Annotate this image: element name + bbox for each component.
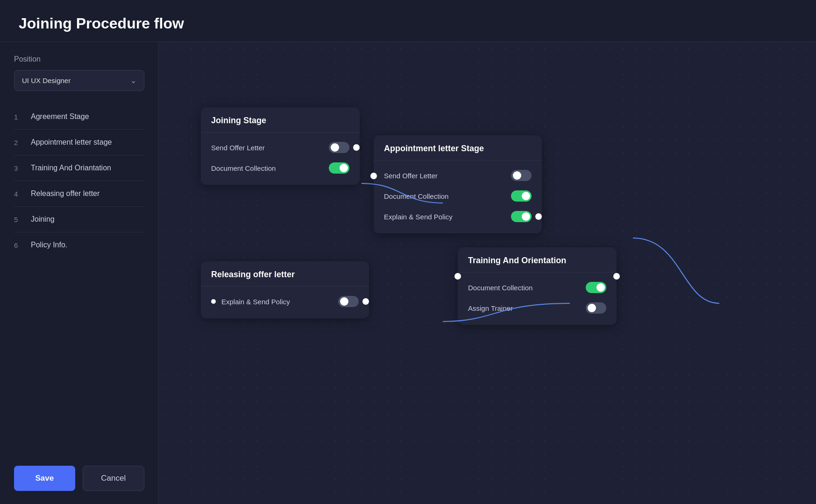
- sidebar-actions: Save Cancel: [14, 456, 144, 491]
- position-select[interactable]: UI UX Designer ⌄: [14, 70, 144, 91]
- main-content: Position UI UX Designer ⌄ 1 Agreement St…: [0, 42, 816, 504]
- page-title: Joining Procedure flow: [19, 15, 797, 32]
- node-training-orientation: Training And Orientation Document Collec…: [458, 247, 617, 325]
- stage-number: 2: [14, 139, 22, 147]
- node-joining-stage-body: Send Offer Letter Document Collection: [201, 133, 360, 185]
- toggle-policy-appointment[interactable]: [511, 211, 532, 222]
- node-row: Document Collection: [201, 158, 360, 178]
- stage-list: 1 Agreement Stage 2 Appointment letter s…: [14, 104, 144, 258]
- sidebar-item-training[interactable]: 3 Training And Oriantation: [14, 155, 144, 181]
- stage-number: 6: [14, 241, 22, 249]
- canvas-area: Joining Stage Send Offer Letter: [159, 42, 816, 504]
- stage-number: 1: [14, 113, 22, 121]
- node-releasing-header: Releasing offer letter: [201, 261, 369, 287]
- toggle-trainer-training[interactable]: [586, 302, 606, 314]
- stage-name: Joining: [31, 215, 55, 224]
- connector-dot-right: [353, 144, 360, 151]
- row-label: Send Offer Letter: [384, 172, 438, 180]
- node-row: Send Offer Letter: [374, 165, 542, 186]
- toggle-doc-appointment[interactable]: [511, 190, 532, 202]
- row-label: Assign Trainer: [468, 304, 513, 312]
- node-training-header: Training And Orientation: [458, 247, 617, 273]
- stage-name: Agreement Stage: [31, 112, 89, 121]
- stage-number: 3: [14, 164, 22, 172]
- node-row: Document Collection: [374, 186, 542, 206]
- node-row: Explain & Send Policy: [374, 206, 542, 227]
- stage-number: 5: [14, 216, 22, 224]
- toggle-doc-training[interactable]: [586, 282, 606, 293]
- stage-name: Training And Oriantation: [31, 164, 111, 172]
- toggle-doc-collection-joining[interactable]: [329, 162, 349, 174]
- row-label: Document Collection: [211, 164, 276, 172]
- toggle-policy-releasing[interactable]: [338, 296, 359, 307]
- position-label: Position: [14, 55, 144, 63]
- node-training-body: Document Collection Assign Trainer: [458, 273, 617, 325]
- node-appointment-stage: Appointment letter Stage Send Offer Lett…: [374, 135, 542, 233]
- row-label: Document Collection: [468, 284, 532, 292]
- stage-name: Releasing offer letter: [31, 189, 99, 198]
- row-label: Document Collection: [384, 192, 448, 200]
- toggle-send-offer-appointment[interactable]: [511, 170, 532, 181]
- node-joining-stage: Joining Stage Send Offer Letter: [201, 107, 360, 185]
- stage-name: Appointment letter stage: [31, 138, 112, 147]
- chevron-down-icon: ⌄: [130, 76, 136, 85]
- position-value: UI UX Designer: [22, 77, 71, 84]
- stage-name: Policy Info.: [31, 241, 67, 249]
- sidebar: Position UI UX Designer ⌄ 1 Agreement St…: [0, 42, 159, 504]
- sidebar-item-appointment[interactable]: 2 Appointment letter stage: [14, 130, 144, 155]
- header: Joining Procedure flow: [0, 0, 816, 42]
- row-label: Explain & Send Policy: [211, 298, 290, 306]
- cancel-button[interactable]: Cancel: [83, 466, 145, 491]
- node-row: Assign Trainer: [458, 298, 617, 318]
- sidebar-item-agreement[interactable]: 1 Agreement Stage: [14, 104, 144, 130]
- row-label: Send Offer Letter: [211, 144, 265, 152]
- sidebar-top: Position UI UX Designer ⌄ 1 Agreement St…: [14, 55, 144, 258]
- node-releasing-body: Explain & Send Policy: [201, 287, 369, 318]
- node-appointment-body: Send Offer Letter Document Collection: [374, 161, 542, 233]
- node-row: Send Offer Letter: [201, 137, 360, 158]
- save-button[interactable]: Save: [14, 466, 75, 491]
- node-row: Document Collection: [458, 277, 617, 298]
- stage-number: 4: [14, 190, 22, 198]
- node-releasing-offer: Releasing offer letter Explain & Send Po…: [201, 261, 369, 318]
- sidebar-item-policy[interactable]: 6 Policy Info.: [14, 232, 144, 258]
- node-appointment-header: Appointment letter Stage: [374, 135, 542, 161]
- row-label: Explain & Send Policy: [384, 213, 453, 221]
- node-joining-stage-header: Joining Stage: [201, 107, 360, 133]
- connector-dot-right: [535, 213, 542, 220]
- sidebar-item-joining[interactable]: 5 Joining: [14, 207, 144, 232]
- dot-indicator: [211, 299, 216, 304]
- sidebar-item-releasing[interactable]: 4 Releasing offer letter: [14, 181, 144, 207]
- connector-dot-right: [362, 298, 369, 305]
- toggle-send-offer-joining[interactable]: [329, 142, 349, 153]
- node-row: Explain & Send Policy: [201, 291, 369, 312]
